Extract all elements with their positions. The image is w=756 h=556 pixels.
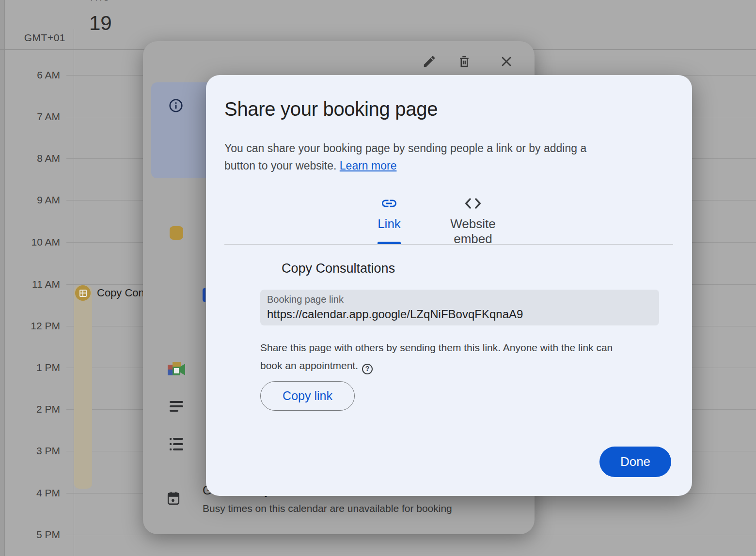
tab-website-embed[interactable]: Website embed [429,195,517,247]
color-swatch [170,226,183,240]
share-note: Share this page with others by sending t… [260,339,613,374]
help-icon[interactable]: ? [362,364,373,374]
hour-label: 2 PM [12,403,60,415]
code-icon [429,195,517,212]
timezone-label: GMT+01 [17,32,65,44]
trash-icon[interactable] [457,54,472,71]
selected-section-highlight [151,82,212,178]
hour-label: 3 PM [12,445,60,457]
event-title[interactable]: Copy Con [97,287,143,299]
hour-label: 8 AM [12,153,60,164]
hour-label: 1 PM [12,362,60,373]
hour-label: 11 AM [12,278,60,290]
busy-note: Busy times on this calendar are unavaila… [203,503,452,514]
dialog-body-text: You can share your booking page by sendi… [224,139,586,174]
share-note-line2: book an appointment. [260,360,358,371]
hour-label: 10 AM [12,236,60,248]
booking-link-field[interactable]: Booking page link https://calendar.app.g… [260,290,659,325]
hour-label: 12 PM [12,320,60,332]
meet-icon [168,362,186,379]
calendar-icon [167,492,180,507]
booking-link-label: Booking page link [267,294,652,305]
learn-more-link[interactable]: Learn more [340,159,397,172]
hour-gridline [66,535,756,535]
done-button[interactable]: Done [599,447,671,477]
edit-button[interactable] [422,54,437,71]
booking-link-url[interactable]: https://calendar.app.google/LZqNiFBovqFK… [267,308,652,321]
body-line1: You can share your booking page by sendi… [224,142,586,154]
day-number[interactable]: 19 [89,12,112,35]
avatar-edge [203,288,205,302]
share-booking-page-dialog: Share your booking page You can share yo… [206,75,692,496]
booking-availability-event[interactable] [74,285,92,489]
calendar-left-edge [0,0,5,556]
share-note-line1: Share this page with others by sending t… [260,342,613,353]
copy-link-button[interactable]: Copy link [260,381,355,411]
booking-grid-icon [75,285,91,301]
info-icon [168,98,184,115]
hour-label: 6 AM [12,69,60,81]
close-icon[interactable] [499,54,514,71]
hour-label: 7 AM [12,111,60,123]
dialog-title: Share your booking page [224,98,438,120]
hour-label: 4 PM [12,487,60,499]
link-icon [346,195,433,212]
tab-divider [224,244,673,245]
booking-page-name: Copy Consultations [282,261,395,276]
hour-label: 9 AM [12,194,60,206]
day-name-label: THU [89,0,123,3]
body-line2: button to your website. [224,159,336,172]
tab-link[interactable]: Link [346,195,433,232]
hour-label: 5 PM [12,529,60,541]
